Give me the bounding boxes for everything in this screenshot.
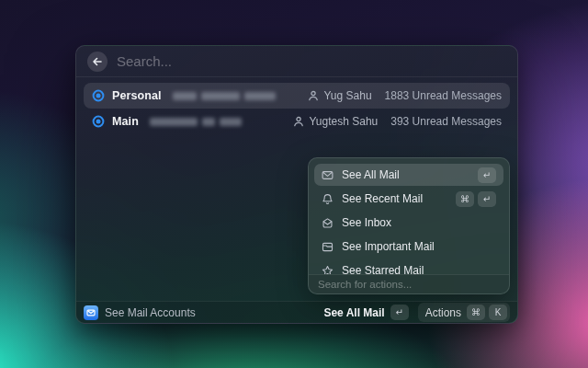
return-key-badge: ↵ <box>390 305 409 320</box>
account-list: Personal Yug Sahu 1883 Unread Messages M… <box>76 77 517 134</box>
return-key-badge: ↵ <box>478 167 496 183</box>
actions-button[interactable]: Actions ⌘ K <box>418 303 510 322</box>
action-see-important-mail[interactable]: See Important Mail <box>314 236 503 258</box>
actions-search <box>309 274 509 293</box>
see-mail-accounts-label: See Mail Accounts <box>105 306 196 319</box>
account-row-personal[interactable]: Personal Yug Sahu 1883 Unread Messages <box>84 83 510 109</box>
account-meta: Yugtesh Sahu 393 Unread Messages <box>293 115 502 128</box>
account-dot-icon <box>92 89 105 102</box>
person-icon <box>308 90 319 101</box>
account-dot-icon <box>92 115 105 128</box>
action-label: See Important Mail <box>342 240 435 253</box>
search-input[interactable] <box>117 53 506 69</box>
unread-count: 1883 Unread Messages <box>385 89 502 102</box>
action-label: See All Mail <box>342 168 400 181</box>
action-see-inbox[interactable]: See Inbox <box>314 212 503 234</box>
back-button[interactable] <box>87 52 107 72</box>
arrow-left-icon <box>92 56 103 67</box>
command-key-badge: ⌘ <box>456 191 474 207</box>
action-see-all-mail[interactable]: See All Mail ↵ <box>314 164 503 186</box>
actions-search-input[interactable] <box>318 279 500 290</box>
redacted-email <box>150 118 242 126</box>
actions-menu-list: See All Mail ↵ See Recent Mail ⌘ ↵ <box>309 158 509 274</box>
launcher-window: Personal Yug Sahu 1883 Unread Messages M… <box>75 45 518 324</box>
action-shortcut: ⌘ ↵ <box>456 191 496 207</box>
account-name: Personal <box>112 89 162 102</box>
status-bar: See Mail Accounts See All Mail ↵ Actions… <box>76 301 517 323</box>
desktop-background: Personal Yug Sahu 1883 Unread Messages M… <box>0 0 588 368</box>
unread-count: 393 Unread Messages <box>390 115 502 128</box>
account-owner: Yugtesh Sahu <box>310 115 379 128</box>
k-key-badge: K <box>489 305 507 320</box>
bell-icon <box>322 193 334 205</box>
account-row-main[interactable]: Main Yugtesh Sahu 393 Unread Messages <box>84 109 510 134</box>
search-bar <box>76 46 517 76</box>
envelope-icon <box>322 169 334 181</box>
inbox-icon <box>322 217 334 229</box>
action-see-recent-mail[interactable]: See Recent Mail ⌘ ↵ <box>314 188 503 210</box>
actions-button-label: Actions <box>425 306 461 319</box>
command-key-badge: ⌘ <box>467 305 485 320</box>
mail-app-icon <box>84 305 98 320</box>
redacted-email <box>173 92 276 100</box>
action-label: See Inbox <box>342 216 391 229</box>
person-icon <box>293 116 304 127</box>
action-label: See Recent Mail <box>342 192 423 205</box>
account-name: Main <box>112 115 139 128</box>
primary-action-button[interactable]: See All Mail <box>323 306 384 319</box>
actions-menu: See All Mail ↵ See Recent Mail ⌘ ↵ <box>308 157 510 294</box>
action-label: See Starred Mail <box>342 264 424 274</box>
footer-actions: See All Mail ↵ Actions ⌘ K <box>323 303 510 322</box>
tray-icon <box>322 241 334 253</box>
account-owner: Yug Sahu <box>324 89 372 102</box>
account-meta: Yug Sahu 1883 Unread Messages <box>308 89 502 102</box>
star-icon <box>322 265 334 275</box>
return-key-badge: ↵ <box>478 191 496 207</box>
action-see-starred-mail[interactable]: See Starred Mail <box>314 259 503 274</box>
action-shortcut: ↵ <box>478 167 496 183</box>
